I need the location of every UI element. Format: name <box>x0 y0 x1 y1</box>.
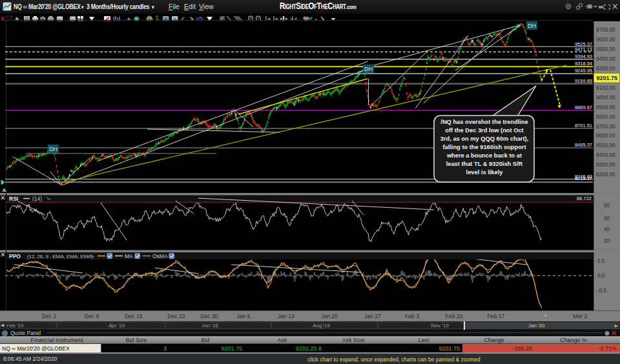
svg-text:9245.95: 9245.95 <box>575 68 592 74</box>
svg-text:Feb 10: Feb 10 <box>446 313 463 319</box>
svg-text:9700.00: 9700.00 <box>596 27 615 33</box>
svg-text:9300.00: 9300.00 <box>596 66 615 72</box>
svg-text:40: 40 <box>604 227 610 232</box>
svg-text:Dec 16: Dec 16 <box>125 313 142 319</box>
svg-text:60: 60 <box>604 216 610 221</box>
svg-text:where a bounce back to at: where a bounce back to at <box>446 152 522 159</box>
svg-text:Dec 2: Dec 2 <box>42 313 57 319</box>
svg-text:DH: DH <box>49 146 57 152</box>
svg-text:Dec 9: Dec 9 <box>85 313 99 319</box>
svg-text:8701.51: 8701.51 <box>575 123 592 128</box>
svg-text:RSI: RSI <box>9 196 18 202</box>
svg-text:8485.37: 8485.37 <box>575 142 592 148</box>
svg-text:DH: DH <box>528 23 536 29</box>
svg-text:least that TL & 9320ish S/R: least that TL & 9320ish S/R <box>446 161 523 167</box>
svg-text:0.5: 0.5 <box>597 258 605 264</box>
svg-text:9500.00: 9500.00 <box>596 46 615 52</box>
svg-text:PPO: PPO <box>9 253 21 259</box>
svg-text:8600.00: 8600.00 <box>596 133 615 139</box>
svg-text:falling to the 9160ish support: falling to the 9160ish support <box>442 144 526 150</box>
svg-text:DH: DH <box>364 66 373 72</box>
svg-text:80: 80 <box>604 203 610 208</box>
svg-text:Jan 13: Jan 13 <box>278 313 294 319</box>
svg-text:level is likely: level is likely <box>466 169 504 176</box>
svg-text:Feb 17: Feb 17 <box>488 313 505 319</box>
svg-text:OsMA: OsMA <box>152 253 168 259</box>
svg-text:8889.67: 8889.67 <box>575 105 592 110</box>
svg-text:9600.00: 9600.00 <box>596 37 615 43</box>
svg-text:8200.00: 8200.00 <box>596 172 615 177</box>
svg-text:Dec 23: Dec 23 <box>167 313 185 319</box>
svg-text:9159.65: 9159.65 <box>575 78 592 84</box>
svg-text:off the Dec 3rd low (not Oct: off the Dec 3rd low (not Oct <box>445 127 523 134</box>
svg-text:Jan 20: Jan 20 <box>321 313 338 319</box>
svg-text:8700.00: 8700.00 <box>596 124 615 130</box>
svg-text:Dec 30: Dec 30 <box>200 313 218 319</box>
svg-text:Mar 2: Mar 2 <box>573 313 587 319</box>
svg-text:9000.00: 9000.00 <box>596 95 615 101</box>
svg-text:Feb 3: Feb 3 <box>405 313 419 319</box>
svg-text:8800.00: 8800.00 <box>596 114 615 120</box>
svg-text:(12, 26, 9 - EMA, EMA, EMA): (12, 26, 9 - EMA, EMA, EMA) <box>27 254 93 259</box>
svg-text:8400.00: 8400.00 <box>596 152 615 158</box>
svg-text:Jan 6: Jan 6 <box>236 313 250 319</box>
svg-text:9201.75: 9201.75 <box>596 75 617 81</box>
svg-text:-0.5: -0.5 <box>597 288 607 294</box>
svg-text:MA: MA <box>125 253 133 259</box>
svg-text:9100.00: 9100.00 <box>596 85 615 91</box>
svg-text:9394.93: 9394.93 <box>575 54 592 59</box>
svg-text:9471.13: 9471.13 <box>575 46 592 52</box>
svg-text:Jan 27: Jan 27 <box>364 313 381 319</box>
svg-text:8900.00: 8900.00 <box>596 105 615 110</box>
svg-text:20: 20 <box>604 238 610 244</box>
svg-text:/NQ has overshot the trendline: /NQ has overshot the trendline <box>440 119 528 125</box>
svg-text:(14): (14) <box>32 196 42 202</box>
svg-text:8300.00: 8300.00 <box>596 162 615 168</box>
svg-text:0.0: 0.0 <box>597 273 605 279</box>
svg-text:8500.00: 8500.00 <box>596 143 615 148</box>
svg-text:8218.37: 8218.37 <box>575 176 592 181</box>
svg-text:9400.00: 9400.00 <box>596 56 615 62</box>
svg-text:86.722: 86.722 <box>577 196 592 201</box>
svg-text:3rd, as on my QQQ 60m chart),: 3rd, as on my QQQ 60m chart), <box>440 136 528 142</box>
svg-text:9318.54: 9318.54 <box>575 61 592 66</box>
